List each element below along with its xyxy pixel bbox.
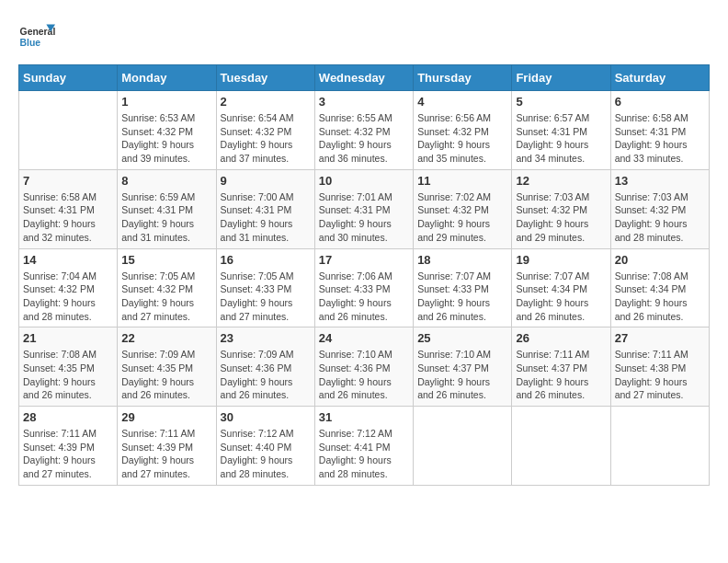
calendar-day-12: 12Sunrise: 7:03 AM Sunset: 4:32 PM Dayli…: [512, 169, 610, 248]
calendar-day-24: 24Sunrise: 7:10 AM Sunset: 4:36 PM Dayli…: [314, 327, 413, 407]
logo: General Blue: [18, 18, 59, 55]
day-number: 1: [121, 95, 211, 109]
day-info: Sunrise: 7:02 AM Sunset: 4:32 PM Dayligh…: [417, 190, 507, 245]
day-info: Sunrise: 6:53 AM Sunset: 4:32 PM Dayligh…: [121, 111, 211, 166]
page-header: General Blue: [18, 18, 710, 55]
calendar-day-3: 3Sunrise: 6:55 AM Sunset: 4:32 PM Daylig…: [314, 91, 413, 170]
day-number: 30: [221, 410, 311, 424]
day-info: Sunrise: 7:11 AM Sunset: 4:38 PM Dayligh…: [615, 348, 705, 402]
day-number: 21: [23, 331, 113, 345]
day-number: 22: [121, 331, 211, 345]
calendar-day-31: 31Sunrise: 7:12 AM Sunset: 4:41 PM Dayli…: [314, 407, 413, 486]
day-header-wednesday: Wednesday: [314, 65, 413, 91]
calendar-day-29: 29Sunrise: 7:11 AM Sunset: 4:39 PM Dayli…: [118, 407, 216, 486]
calendar-day-8: 8Sunrise: 6:59 AM Sunset: 4:31 PM Daylig…: [118, 169, 216, 248]
day-header-tuesday: Tuesday: [216, 65, 314, 91]
day-number: 19: [516, 253, 606, 267]
svg-text:Blue: Blue: [20, 38, 41, 48]
calendar-day-13: 13Sunrise: 7:03 AM Sunset: 4:32 PM Dayli…: [610, 169, 709, 248]
calendar-day-7: 7Sunrise: 6:58 AM Sunset: 4:31 PM Daylig…: [19, 169, 118, 248]
day-header-friday: Friday: [512, 65, 610, 91]
calendar-day-26: 26Sunrise: 7:11 AM Sunset: 4:37 PM Dayli…: [512, 327, 610, 407]
day-info: Sunrise: 6:57 AM Sunset: 4:31 PM Dayligh…: [516, 111, 606, 166]
calendar-day-empty: [19, 91, 118, 170]
logo-icon: General Blue: [18, 18, 55, 55]
day-number: 5: [516, 95, 606, 109]
calendar-day-27: 27Sunrise: 7:11 AM Sunset: 4:38 PM Dayli…: [610, 327, 709, 407]
calendar-day-9: 9Sunrise: 7:00 AM Sunset: 4:31 PM Daylig…: [216, 169, 314, 248]
day-info: Sunrise: 7:12 AM Sunset: 4:41 PM Dayligh…: [319, 427, 409, 481]
calendar-week-row: 1Sunrise: 6:53 AM Sunset: 4:32 PM Daylig…: [19, 91, 710, 170]
day-info: Sunrise: 6:54 AM Sunset: 4:32 PM Dayligh…: [221, 111, 311, 166]
day-info: Sunrise: 7:07 AM Sunset: 4:34 PM Dayligh…: [516, 270, 606, 324]
day-number: 13: [615, 174, 705, 188]
day-info: Sunrise: 7:03 AM Sunset: 4:32 PM Dayligh…: [516, 190, 606, 245]
day-info: Sunrise: 7:11 AM Sunset: 4:39 PM Dayligh…: [121, 427, 211, 481]
day-number: 3: [319, 95, 409, 109]
day-header-sunday: Sunday: [19, 65, 118, 91]
day-number: 12: [516, 174, 606, 188]
calendar-day-28: 28Sunrise: 7:11 AM Sunset: 4:39 PM Dayli…: [19, 407, 118, 486]
calendar-table: SundayMondayTuesdayWednesdayThursdayFrid…: [18, 64, 710, 486]
day-number: 23: [221, 331, 311, 345]
day-info: Sunrise: 7:12 AM Sunset: 4:40 PM Dayligh…: [221, 427, 311, 481]
day-info: Sunrise: 6:55 AM Sunset: 4:32 PM Dayligh…: [319, 111, 409, 166]
calendar-day-10: 10Sunrise: 7:01 AM Sunset: 4:31 PM Dayli…: [314, 169, 413, 248]
calendar-day-2: 2Sunrise: 6:54 AM Sunset: 4:32 PM Daylig…: [216, 91, 314, 170]
day-info: Sunrise: 7:08 AM Sunset: 4:35 PM Dayligh…: [23, 348, 113, 402]
calendar-day-empty: [610, 407, 709, 486]
day-info: Sunrise: 7:03 AM Sunset: 4:32 PM Dayligh…: [615, 190, 705, 245]
day-info: Sunrise: 7:04 AM Sunset: 4:32 PM Dayligh…: [23, 270, 113, 324]
day-info: Sunrise: 7:07 AM Sunset: 4:33 PM Dayligh…: [417, 270, 507, 324]
day-number: 31: [319, 410, 409, 424]
calendar-day-empty: [512, 407, 610, 486]
day-number: 6: [615, 95, 705, 109]
calendar-header-row: SundayMondayTuesdayWednesdayThursdayFrid…: [19, 65, 710, 91]
day-number: 16: [221, 253, 311, 267]
calendar-day-23: 23Sunrise: 7:09 AM Sunset: 4:36 PM Dayli…: [216, 327, 314, 407]
calendar-day-20: 20Sunrise: 7:08 AM Sunset: 4:34 PM Dayli…: [610, 248, 709, 327]
calendar-day-25: 25Sunrise: 7:10 AM Sunset: 4:37 PM Dayli…: [414, 327, 512, 407]
day-header-monday: Monday: [118, 65, 216, 91]
day-info: Sunrise: 7:09 AM Sunset: 4:35 PM Dayligh…: [121, 348, 211, 402]
day-info: Sunrise: 6:59 AM Sunset: 4:31 PM Dayligh…: [121, 190, 211, 245]
calendar-day-6: 6Sunrise: 6:58 AM Sunset: 4:31 PM Daylig…: [610, 91, 709, 170]
calendar-day-16: 16Sunrise: 7:05 AM Sunset: 4:33 PM Dayli…: [216, 248, 314, 327]
calendar-day-5: 5Sunrise: 6:57 AM Sunset: 4:31 PM Daylig…: [512, 91, 610, 170]
day-header-saturday: Saturday: [610, 65, 709, 91]
day-info: Sunrise: 7:00 AM Sunset: 4:31 PM Dayligh…: [221, 190, 311, 245]
calendar-day-17: 17Sunrise: 7:06 AM Sunset: 4:33 PM Dayli…: [314, 248, 413, 327]
day-number: 2: [221, 95, 311, 109]
day-info: Sunrise: 7:01 AM Sunset: 4:31 PM Dayligh…: [319, 190, 409, 245]
day-number: 7: [23, 174, 113, 188]
day-info: Sunrise: 6:58 AM Sunset: 4:31 PM Dayligh…: [615, 111, 705, 166]
day-number: 29: [121, 410, 211, 424]
calendar-week-row: 7Sunrise: 6:58 AM Sunset: 4:31 PM Daylig…: [19, 169, 710, 248]
day-number: 28: [23, 410, 113, 424]
calendar-day-1: 1Sunrise: 6:53 AM Sunset: 4:32 PM Daylig…: [118, 91, 216, 170]
calendar-day-18: 18Sunrise: 7:07 AM Sunset: 4:33 PM Dayli…: [414, 248, 512, 327]
day-info: Sunrise: 7:11 AM Sunset: 4:37 PM Dayligh…: [516, 348, 606, 402]
day-number: 15: [121, 253, 211, 267]
calendar-day-22: 22Sunrise: 7:09 AM Sunset: 4:35 PM Dayli…: [118, 327, 216, 407]
calendar-week-row: 28Sunrise: 7:11 AM Sunset: 4:39 PM Dayli…: [19, 407, 710, 486]
day-number: 26: [516, 331, 606, 345]
day-number: 25: [417, 331, 507, 345]
day-info: Sunrise: 7:11 AM Sunset: 4:39 PM Dayligh…: [23, 427, 113, 481]
calendar-week-row: 14Sunrise: 7:04 AM Sunset: 4:32 PM Dayli…: [19, 248, 710, 327]
day-number: 14: [23, 253, 113, 267]
day-info: Sunrise: 7:08 AM Sunset: 4:34 PM Dayligh…: [615, 270, 705, 324]
day-info: Sunrise: 7:10 AM Sunset: 4:36 PM Dayligh…: [319, 348, 409, 402]
day-number: 24: [319, 331, 409, 345]
day-number: 17: [319, 253, 409, 267]
calendar-day-21: 21Sunrise: 7:08 AM Sunset: 4:35 PM Dayli…: [19, 327, 118, 407]
calendar-day-4: 4Sunrise: 6:56 AM Sunset: 4:32 PM Daylig…: [414, 91, 512, 170]
calendar-day-14: 14Sunrise: 7:04 AM Sunset: 4:32 PM Dayli…: [19, 248, 118, 327]
day-number: 10: [319, 174, 409, 188]
day-number: 20: [615, 253, 705, 267]
day-number: 27: [615, 331, 705, 345]
day-number: 4: [417, 95, 507, 109]
day-info: Sunrise: 6:58 AM Sunset: 4:31 PM Dayligh…: [23, 190, 113, 245]
day-info: Sunrise: 7:05 AM Sunset: 4:33 PM Dayligh…: [221, 270, 311, 324]
calendar-day-19: 19Sunrise: 7:07 AM Sunset: 4:34 PM Dayli…: [512, 248, 610, 327]
